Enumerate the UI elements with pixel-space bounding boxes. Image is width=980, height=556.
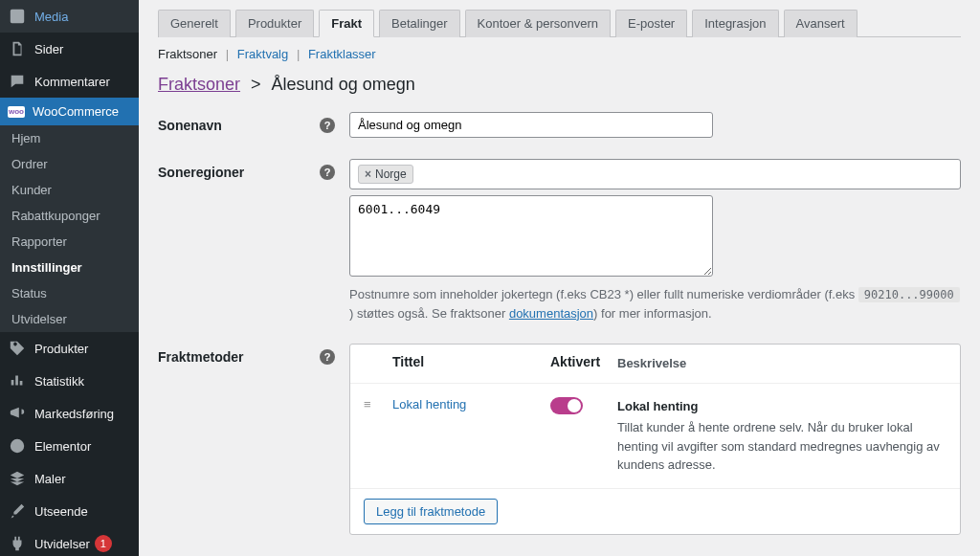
tab-accounts[interactable]: Kontoer & personvern <box>465 10 611 37</box>
sidebar-label: Kommentarer <box>34 75 110 89</box>
th-enabled: Aktivert <box>550 354 617 373</box>
tab-advanced[interactable]: Avansert <box>784 10 858 37</box>
postcodes-help: Postnumre som inneholder jokertegn (f.ek… <box>349 285 961 322</box>
layers-icon <box>8 469 27 488</box>
zone-name-input[interactable] <box>349 112 713 138</box>
sidebar-item-marketing[interactable]: Markedsføring <box>0 397 139 430</box>
sidebar-sub-coupons[interactable]: Rabattkuponger <box>0 203 139 229</box>
sidebar-item-products[interactable]: Produkter <box>0 332 139 365</box>
row-zone-regions: Soneregioner? ×Norge Postnumre som inneh… <box>158 159 961 322</box>
sidebar-label: Statistikk <box>34 374 84 389</box>
sidebar-item-plugins[interactable]: Utvidelser1 <box>0 527 139 556</box>
drag-handle-icon[interactable]: ≡ <box>364 397 392 411</box>
method-row: ≡ Lokal henting Lokal henting Tillat kun… <box>350 384 960 489</box>
sidebar-item-woocommerce[interactable]: wooWooCommerce <box>0 98 139 125</box>
th-desc: Beskrivelse <box>617 354 947 373</box>
plug-icon <box>8 534 27 553</box>
tab-emails[interactable]: E-poster <box>615 10 687 37</box>
page-icon <box>8 39 27 58</box>
megaphone-icon <box>8 404 27 423</box>
settings-tabs: Generelt Produkter Frakt Betalinger Kont… <box>158 10 961 37</box>
help-icon[interactable]: ? <box>320 165 335 180</box>
breadcrumb-current: Ålesund og omegn <box>272 75 415 94</box>
tab-payments[interactable]: Betalinger <box>379 10 460 37</box>
sidebar-item-appearance[interactable]: Utseende <box>0 495 139 527</box>
svg-point-0 <box>11 439 24 453</box>
breadcrumb-root[interactable]: Fraktsoner <box>158 75 240 94</box>
subnav-options[interactable]: Fraktvalg <box>237 47 288 61</box>
region-tag[interactable]: ×Norge <box>358 165 413 184</box>
sidebar-item-elementor[interactable]: Elementor <box>0 430 139 462</box>
row-shipping-methods: Fraktmetoder? Tittel Aktivert Beskrivels… <box>158 344 961 535</box>
sidebar-item-pages[interactable]: Sider <box>0 33 139 65</box>
sidebar-item-media[interactable]: Media <box>0 0 139 33</box>
add-method-button[interactable]: Legg til fraktmetode <box>364 499 498 524</box>
subnav-classes[interactable]: Fraktklasser <box>308 47 376 61</box>
sidebar-label: Utvidelser <box>34 537 90 551</box>
main-content: Generelt Produkter Frakt Betalinger Kont… <box>139 0 980 556</box>
enabled-toggle[interactable] <box>550 397 583 414</box>
sidebar-label: Utseende <box>34 504 88 519</box>
sidebar-label: Produkter <box>34 342 88 356</box>
tab-shipping[interactable]: Frakt <box>319 10 374 37</box>
sidebar-label: Elementor <box>34 439 91 454</box>
tab-products[interactable]: Produkter <box>235 10 314 37</box>
woo-icon: woo <box>8 106 25 118</box>
sidebar-label: Sider <box>34 42 63 56</box>
sidebar-label: Markedsføring <box>34 407 114 421</box>
tab-general[interactable]: Generelt <box>158 10 231 37</box>
page-title: Fraktsoner > Ålesund og omegn <box>158 75 961 95</box>
row-zone-name: Sonenavn? <box>158 112 961 138</box>
sidebar-item-comments[interactable]: Kommentarer <box>0 65 139 98</box>
sidebar-sub-customers[interactable]: Kunder <box>0 177 139 203</box>
sidebar-sub-settings[interactable]: Innstillinger <box>0 255 139 280</box>
remove-tag-icon[interactable]: × <box>365 167 371 181</box>
help-icon[interactable]: ? <box>320 349 335 365</box>
sidebar-label: Media <box>34 10 68 24</box>
sidebar-item-templates[interactable]: Maler <box>0 462 139 495</box>
sidebar-sub-status[interactable]: Status <box>0 280 139 306</box>
methods-table: Tittel Aktivert Beskrivelse ≡ Lokal hent… <box>349 344 961 535</box>
sidebar-sub-orders[interactable]: Ordrer <box>0 151 139 177</box>
th-title: Tittel <box>392 354 550 373</box>
label-zone-regions: Soneregioner <box>158 165 244 180</box>
subnav-zones[interactable]: Fraktsoner <box>158 47 217 61</box>
help-icon[interactable]: ? <box>320 118 335 133</box>
sidebar-sub-reports[interactable]: Rapporter <box>0 229 139 255</box>
comment-icon <box>8 72 27 91</box>
tag-icon <box>8 339 27 358</box>
sidebar-item-stats[interactable]: Statistikk <box>0 365 139 397</box>
sidebar-label: Maler <box>34 472 66 486</box>
elementor-icon <box>8 436 27 456</box>
tab-integration[interactable]: Integrasjon <box>692 10 778 37</box>
method-desc-body: Tillat kunder å hente ordrene selv. Når … <box>617 420 940 472</box>
label-shipping-methods: Fraktmetoder <box>158 349 243 365</box>
update-badge: 1 <box>95 535 112 552</box>
sidebar-sub-extensions[interactable]: Utvidelser <box>0 306 139 332</box>
sidebar-sub-home[interactable]: Hjem <box>0 125 139 151</box>
shipping-subnav: Fraktsoner | Fraktvalg | Fraktklasser <box>158 47 961 61</box>
method-title-link[interactable]: Lokal henting <box>392 397 466 411</box>
media-icon <box>8 7 27 26</box>
stats-icon <box>8 371 27 390</box>
method-desc-title: Lokal henting <box>617 397 947 416</box>
postcodes-textarea[interactable] <box>349 195 713 277</box>
zone-regions-select[interactable]: ×Norge <box>349 159 961 189</box>
sidebar-label: WooCommerce <box>33 104 119 119</box>
brush-icon <box>8 501 27 521</box>
docs-link[interactable]: dokumentasjon <box>509 306 593 321</box>
admin-sidebar: Media Sider Kommentarer wooWooCommerce H… <box>0 0 139 556</box>
label-zone-name: Sonenavn <box>158 118 222 133</box>
